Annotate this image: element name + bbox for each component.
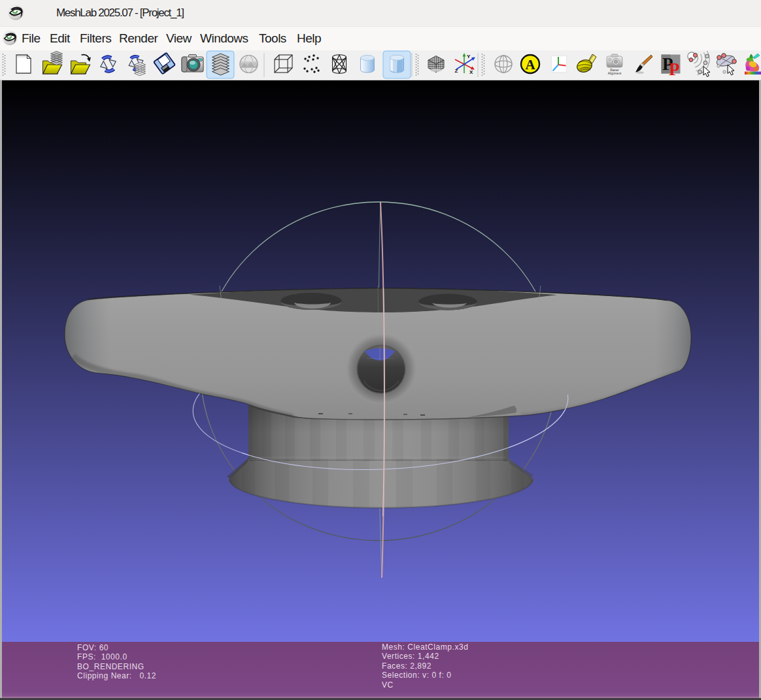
svg-text:X: X (469, 69, 473, 75)
svg-text:P: P (669, 59, 680, 79)
svg-text:A: A (525, 57, 535, 73)
svg-text:Alignment: Alignment (608, 72, 622, 75)
svg-text:Y: Y (467, 54, 471, 59)
svg-text:Z: Z (455, 68, 458, 74)
svg-text:Raster: Raster (610, 69, 619, 72)
